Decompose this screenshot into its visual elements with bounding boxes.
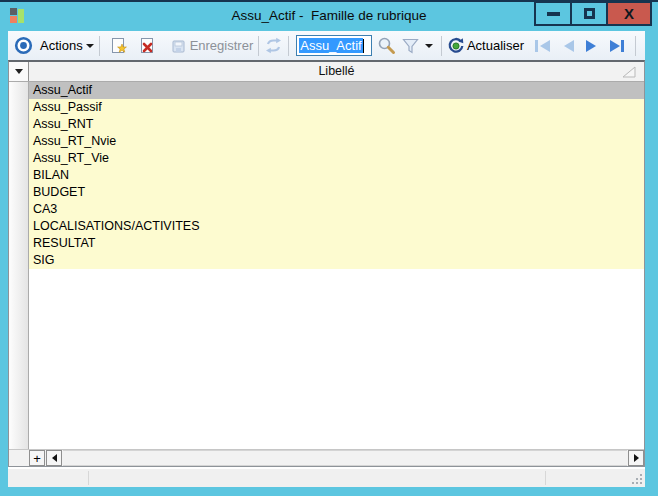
nav-first-icon[interactable] — [532, 38, 553, 54]
list-item-label: RESULTAT — [33, 236, 96, 250]
window-controls: X — [536, 2, 652, 26]
nav-previous-icon[interactable] — [559, 38, 577, 54]
actualiser-icon[interactable] — [447, 37, 465, 55]
nav-next-icon[interactable] — [583, 38, 601, 54]
list-item[interactable]: SIG — [29, 252, 644, 269]
list-item-label: Assu_Passif — [33, 100, 102, 114]
list-item-label: CA3 — [33, 202, 57, 216]
save-button[interactable]: Enregistrer — [190, 38, 254, 53]
list-item-label: Assu_Actif — [33, 83, 92, 97]
list-item[interactable]: CA3 — [29, 201, 644, 218]
toolbar-separator — [441, 36, 442, 56]
filter-dropdown-icon[interactable] — [425, 44, 433, 48]
app-window: Assu_Actif - Famille de rubrique X Actio… — [0, 0, 658, 496]
resize-grip[interactable] — [632, 474, 642, 484]
plus-icon: + — [33, 452, 41, 465]
column-header-libelle[interactable]: Libellé — [29, 62, 644, 81]
scrollbar-track[interactable] — [63, 450, 627, 466]
statusbar-divider — [88, 471, 89, 485]
grid-panel: Libellé Assu_Actif Assu_Passif Assu_RNT … — [8, 60, 645, 467]
delete-record-icon[interactable] — [139, 37, 157, 55]
filter-icon[interactable] — [401, 37, 420, 55]
toolbar: Actions — [8, 31, 645, 60]
list-item[interactable]: Assu_Passif — [29, 99, 644, 116]
text-caret — [363, 39, 364, 53]
toolbar-separator — [99, 36, 100, 56]
list-item[interactable]: LOCALISATIONS/ACTIVITES — [29, 218, 644, 235]
list-item-label: Assu_RT_Nvie — [33, 134, 116, 148]
search-input-selected-text: Assu_Actif — [299, 38, 362, 53]
new-record-icon[interactable] — [110, 37, 128, 55]
column-header-label: Libellé — [318, 64, 354, 78]
close-button[interactable]: X — [606, 2, 652, 26]
list-item-label: LOCALISATIONS/ACTIVITES — [33, 219, 199, 233]
grid-header: Libellé — [9, 62, 644, 82]
close-icon: X — [624, 6, 634, 21]
list-item[interactable]: Assu_RT_Vie — [29, 150, 644, 167]
list-item[interactable]: Assu_Actif — [29, 82, 644, 99]
grid-corner-selector[interactable] — [9, 62, 29, 81]
search-input[interactable]: Assu_Actif — [296, 35, 372, 56]
titlebar: Assu_Actif - Famille de rubrique X — [0, 2, 658, 29]
toolbar-separator — [258, 36, 259, 56]
status-bar — [8, 467, 645, 487]
scroll-left-button[interactable] — [46, 450, 62, 466]
horizontal-scrollbar[interactable]: + — [9, 449, 644, 466]
toolbar-separator — [635, 36, 636, 56]
actions-caret-icon — [86, 44, 94, 48]
actualiser-button[interactable]: Actualiser — [467, 38, 524, 53]
row-gutter — [9, 82, 29, 449]
actions-bullseye-icon[interactable] — [14, 36, 33, 55]
toolbar-separator — [288, 36, 289, 56]
refresh-icon[interactable] — [264, 37, 283, 54]
save-icon[interactable] — [171, 37, 188, 54]
add-row-button[interactable]: + — [29, 450, 45, 466]
scroll-left-icon — [52, 454, 57, 462]
list-item[interactable]: BILAN — [29, 167, 644, 184]
maximize-icon — [584, 8, 595, 19]
actions-menu-label[interactable]: Actions — [40, 38, 83, 53]
row-selector-caret-icon — [15, 69, 23, 74]
scroll-right-icon — [634, 454, 639, 462]
nav-last-icon[interactable] — [607, 38, 628, 54]
list-item[interactable]: Assu_RNT — [29, 116, 644, 133]
maximize-button[interactable] — [570, 2, 608, 26]
list-item[interactable]: BUDGET — [29, 184, 644, 201]
search-icon[interactable] — [377, 36, 396, 55]
minimize-icon — [547, 12, 560, 16]
list-item-label: BILAN — [33, 168, 69, 182]
list-item-label: Assu_RNT — [33, 117, 93, 131]
minimize-button[interactable] — [534, 2, 572, 26]
list-item-label: BUDGET — [33, 185, 85, 199]
list-item-label: Assu_RT_Vie — [33, 151, 109, 165]
grid-body: Assu_Actif Assu_Passif Assu_RNT Assu_RT_… — [9, 82, 644, 449]
list-item[interactable]: Assu_RT_Nvie — [29, 133, 644, 150]
window-body: Actions — [8, 31, 645, 487]
list-item[interactable]: RESULTAT — [29, 235, 644, 252]
statusbar-divider — [545, 471, 546, 485]
scroll-right-button[interactable] — [628, 450, 644, 466]
list-item-label: SIG — [33, 253, 55, 267]
sort-indicator-icon — [622, 66, 636, 78]
list-body: Assu_Actif Assu_Passif Assu_RNT Assu_RT_… — [29, 82, 644, 449]
